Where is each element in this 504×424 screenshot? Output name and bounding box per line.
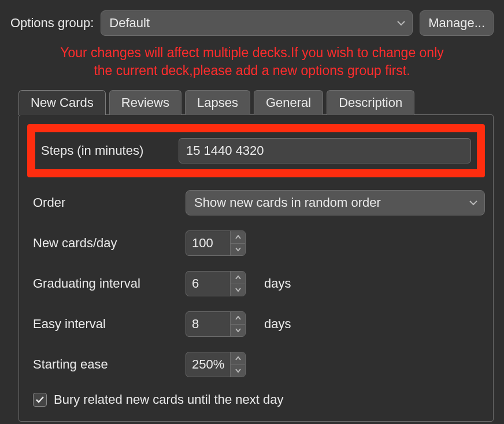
order-select[interactable]: Show new cards in random order xyxy=(186,190,485,215)
starting-ease-row: Starting ease xyxy=(27,352,485,377)
stepper-up-icon[interactable] xyxy=(231,352,245,365)
tab-panel: Steps (in minutes) Order Show new cards … xyxy=(18,114,494,422)
options-group-select[interactable]: Default xyxy=(101,10,413,36)
tab-reviews[interactable]: Reviews xyxy=(109,90,181,115)
new-cards-day-label: New cards/day xyxy=(33,236,179,251)
stepper-up-icon[interactable] xyxy=(231,231,245,244)
steps-highlight: Steps (in minutes) xyxy=(27,124,485,177)
bury-checkbox[interactable] xyxy=(33,393,47,407)
tab-lapses[interactable]: Lapses xyxy=(185,90,250,115)
starting-ease-spinner[interactable] xyxy=(186,352,246,377)
easy-interval-row: Easy interval days xyxy=(27,311,485,337)
stepper-down-icon[interactable] xyxy=(231,284,245,296)
new-cards-day-row: New cards/day xyxy=(27,230,485,256)
starting-ease-label: Starting ease xyxy=(33,357,179,372)
graduating-interval-spinner[interactable] xyxy=(186,271,246,296)
steps-input[interactable] xyxy=(179,138,471,163)
warning-text: Your changes will affect multiple decks.… xyxy=(10,44,494,80)
starting-ease-input[interactable] xyxy=(186,352,230,377)
days-unit: days xyxy=(264,317,291,332)
manage-button-label: Manage... xyxy=(428,16,485,31)
tabs-container: New Cards Reviews Lapses General Descrip… xyxy=(18,90,494,422)
graduating-interval-label: Graduating interval xyxy=(33,276,179,291)
stepper-down-icon[interactable] xyxy=(231,365,245,377)
easy-interval-label: Easy interval xyxy=(33,317,179,332)
bury-label: Bury related new cards until the next da… xyxy=(54,392,283,407)
bury-row: Bury related new cards until the next da… xyxy=(27,392,485,407)
tab-general[interactable]: General xyxy=(254,90,323,115)
graduating-interval-input[interactable] xyxy=(186,271,230,296)
options-group-value: Default xyxy=(109,16,150,31)
options-group-label: Options group: xyxy=(10,16,94,31)
chevron-down-icon xyxy=(469,200,477,206)
graduating-interval-row: Graduating interval days xyxy=(27,271,485,296)
days-unit: days xyxy=(264,276,291,291)
easy-interval-input[interactable] xyxy=(186,312,230,336)
stepper-down-icon[interactable] xyxy=(231,325,245,337)
order-row: Order Show new cards in random order xyxy=(27,190,485,215)
manage-button[interactable]: Manage... xyxy=(420,10,494,36)
tab-description[interactable]: Description xyxy=(327,90,414,115)
steps-label: Steps (in minutes) xyxy=(41,143,172,158)
chevron-down-icon xyxy=(397,20,405,26)
stepper-up-icon[interactable] xyxy=(231,271,245,284)
stepper-down-icon[interactable] xyxy=(231,244,245,256)
stepper-up-icon[interactable] xyxy=(231,312,245,325)
tab-new-cards[interactable]: New Cards xyxy=(18,90,106,115)
check-icon xyxy=(35,396,45,404)
new-cards-day-input[interactable] xyxy=(186,231,230,255)
new-cards-day-spinner[interactable] xyxy=(186,230,246,256)
easy-interval-spinner[interactable] xyxy=(186,311,246,337)
tabs: New Cards Reviews Lapses General Descrip… xyxy=(18,90,494,115)
order-value: Show new cards in random order xyxy=(194,195,381,210)
options-group-row: Options group: Default Manage... xyxy=(10,10,494,36)
order-label: Order xyxy=(33,195,179,210)
